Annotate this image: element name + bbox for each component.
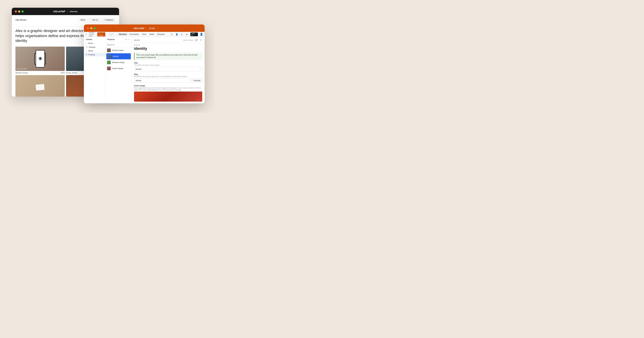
slug-field-description: This field is the project page name at y… [134, 76, 202, 78]
detail-panel: Identity Latest revision 💬 ✕ Projects Id… [132, 37, 204, 103]
project-list-item-identity[interactable]: Identity [106, 53, 131, 59]
printed-matter-thumb [107, 48, 111, 52]
cover-image-meta: % ←→ [197, 100, 201, 101]
create-button[interactable]: + Create [97, 32, 106, 36]
user-icon[interactable]: 👤 [175, 33, 178, 36]
traffic-light-maximize[interactable] [22, 10, 24, 12]
detail-panel-header: Identity Latest revision 💬 ✕ [134, 38, 202, 43]
website-design-thumb [107, 60, 111, 64]
title-field-group: Title This field is the title of your pr… [134, 62, 202, 71]
studio-search[interactable]: Search [107, 33, 116, 36]
nav-link-about[interactable]: About [78, 18, 88, 22]
projects-options-icon[interactable]: ⋯ [128, 38, 130, 40]
home-icon: ⌂ [86, 42, 87, 44]
project-info-box: This is your project page. After you pub… [134, 52, 202, 60]
project-thumb-website: ✳ cOLLecTed* [16, 46, 65, 71]
studio-maximize[interactable] [94, 27, 96, 29]
owner-name: Alex Brown [16, 18, 26, 21]
chat-icon[interactable]: 💬 [195, 38, 198, 42]
generate-slug-button[interactable]: Generate [192, 78, 202, 83]
sidebar-item-about[interactable]: □ About [84, 49, 106, 53]
projects-panel: Projects + ⋯ Printed matter Identity [106, 37, 132, 103]
cover-image-field-group: Cover Image This image will be used as t… [134, 85, 202, 102]
identity-thumb [108, 54, 111, 58]
studio-sidebar: Content ⌂ Home ⚙ Settings □ About ◈ Proj… [84, 37, 106, 103]
user-avatar[interactable]: 👤 [200, 33, 203, 36]
studio-close[interactable] [87, 27, 89, 29]
projects-search-input[interactable] [107, 44, 130, 46]
traffic-lights [15, 10, 24, 12]
sidebar-item-settings[interactable]: ⚙ Settings [84, 45, 106, 49]
website-titlebar: cOLLecTed* | Website [12, 8, 119, 15]
studio-traffic-lights [87, 27, 96, 29]
settings-icon[interactable]: ⚙ [180, 33, 183, 36]
project-list-item-printed[interactable]: Printed matter [106, 47, 132, 53]
cover-image-description: This image will be used as the cover ima… [134, 87, 202, 91]
projects-add-button[interactable]: + [126, 38, 127, 40]
nav-link-instagram[interactable]: ↗ Instagram [101, 18, 116, 22]
tab-vision[interactable]: Vision [140, 33, 148, 36]
detail-panel-name: Identity [134, 39, 140, 41]
site-nav: Alex Brown About ↗ Are.na ↗ Instagram [16, 18, 116, 22]
slug-field-group: Slug This field is the project page name… [134, 73, 202, 83]
close-detail-icon[interactable]: ✕ [199, 38, 202, 42]
project-item-card1[interactable] [16, 75, 65, 96]
studio-window-title: cOLLecTed* | Studio [133, 27, 155, 30]
studio-asterisk-icon: ✳ [86, 33, 87, 35]
title-edit-icon[interactable]: ✎ [200, 68, 201, 70]
projects-search-area [106, 42, 132, 47]
slug-field-wrapper: identity Generate [134, 78, 202, 83]
project-thumb-card1 [16, 75, 65, 96]
poster-design-thumb [107, 66, 111, 70]
traffic-light-close[interactable] [15, 10, 17, 12]
title-field-description: This field is the title of your project. [134, 64, 202, 66]
studio-product-name: Studio [149, 27, 155, 30]
project-year-website: 2024 [61, 72, 65, 74]
website-product-name: Website [70, 10, 78, 13]
slug-field-input[interactable]: identity [134, 78, 190, 83]
sidebar-section-label: Content [84, 38, 106, 42]
project-list-item-poster[interactable]: Poster design [106, 66, 132, 72]
cover-image-preview[interactable]: % ←→ [134, 92, 202, 102]
studio-menubar: ✳ Collected | Portfolio website editor w… [84, 32, 204, 37]
studio-minimize[interactable] [90, 27, 92, 29]
nav-links: About ↗ Are.na ↗ Instagram [78, 18, 116, 22]
share-icon[interactable]: ⬆ [170, 33, 173, 36]
website-window-title: cOLLecTed* | Website [53, 10, 78, 13]
studio-window: cOLLecTed* | Studio ✳ Collected | Portfo… [84, 24, 204, 103]
project-name-website: Website design [16, 72, 28, 74]
title-field-input[interactable]: Identity ✎ [134, 67, 202, 71]
projects-panel-header: Projects + ⋯ [106, 37, 132, 42]
title-field-label: Title [134, 62, 202, 64]
tab-schedules[interactable]: Schedules [156, 33, 166, 36]
asterisk-icon: ✳ [38, 56, 42, 62]
tab-presentation[interactable]: Presentation [128, 33, 140, 36]
sidebar-item-home[interactable]: ⌂ Home [84, 42, 106, 45]
tasks-badge[interactable]: Tasks 13 [190, 32, 198, 36]
project-item-website[interactable]: ✳ cOLLecTed* Website design 2024 [16, 46, 65, 74]
traffic-light-minimize[interactable] [18, 10, 20, 12]
projects-breadcrumb-label: Projects [134, 44, 202, 46]
projects-icon: ◈ [86, 54, 87, 56]
project-meta-website: Website design 2024 [16, 72, 65, 74]
grid-icon[interactable]: ⊞ [185, 33, 188, 36]
sidebar-item-projects[interactable]: ◈ Projects [84, 53, 106, 56]
projects-panel-title: Projects [107, 38, 114, 40]
studio-brand-name: cOLLecTed* [133, 27, 144, 30]
tab-media[interactable]: Media [148, 33, 155, 36]
studio-main: Content ⌂ Home ⚙ Settings □ About ◈ Proj… [84, 37, 204, 103]
tab-structure[interactable]: Structure [118, 33, 128, 36]
nav-link-arena[interactable]: ↗ Are.na [89, 18, 100, 22]
cover-image-label: Cover Image [134, 85, 202, 87]
studio-tabs: Structure Presentation Vision Media Sche… [118, 33, 166, 36]
main-scene: cOLLecTed* | Website Alex Brown About ↗ … [7, 6, 208, 107]
project-name-poster: Poster design [66, 72, 77, 74]
phone-mockup: ✳ [36, 50, 45, 68]
website-brand-name: cOLLecTed* [53, 10, 65, 13]
settings-sidebar-icon: ⚙ [86, 46, 88, 48]
latest-revision-label: Latest revision [183, 39, 194, 41]
slug-field-label: Slug [134, 73, 202, 75]
about-icon: □ [86, 50, 87, 52]
project-detail-title: Identity [134, 46, 202, 51]
project-list-item-website[interactable]: Website design [106, 59, 132, 66]
